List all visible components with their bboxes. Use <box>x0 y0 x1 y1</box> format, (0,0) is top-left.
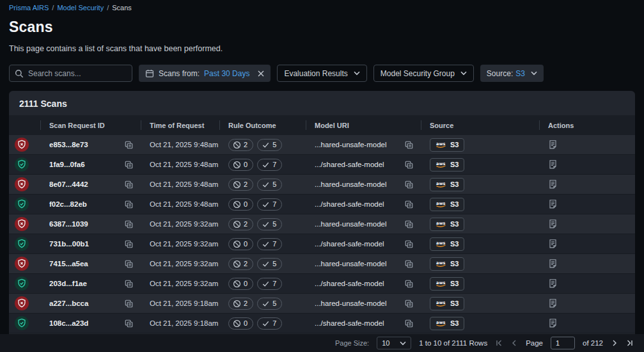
source-label: S3 <box>450 319 459 327</box>
svg-text:aws: aws <box>436 221 445 226</box>
prev-page-icon[interactable] <box>510 339 518 347</box>
s3-source-badge: aws S3 <box>430 218 464 231</box>
passed-count: 7 <box>272 161 276 168</box>
column-header-source[interactable]: Source <box>421 115 539 135</box>
source-filter-dropdown[interactable]: Source: S3 <box>480 65 544 82</box>
scan-request-id: e853...8e73 <box>49 141 88 148</box>
model-uri: ...hared-unsafe-model <box>315 300 387 307</box>
copy-icon[interactable] <box>124 140 134 150</box>
copy-icon[interactable] <box>404 160 414 170</box>
page-size-select[interactable]: 10 <box>377 337 411 349</box>
svg-text:aws: aws <box>436 241 445 246</box>
page-number-input[interactable] <box>551 337 575 349</box>
breadcrumb-link-prisma-airs[interactable]: Prisma AIRS <box>9 4 49 12</box>
shield-unsafe-icon <box>15 138 29 152</box>
scan-request-id: 8e07...4442 <box>49 180 88 188</box>
blocked-count: 2 <box>244 141 247 148</box>
table-row[interactable]: 8e07...4442 Oct 21, 2025 9:48am 2 5 ...h… <box>9 175 635 195</box>
report-icon[interactable] <box>548 179 558 189</box>
table-row[interactable]: 108c...a23d Oct 21, 2025 9:18am 0 7 .../… <box>9 314 635 333</box>
table-row[interactable]: a227...bcca Oct 21, 2025 9:18am 2 5 ...h… <box>9 294 635 314</box>
svg-text:aws: aws <box>436 320 445 325</box>
aws-logo-icon: aws <box>436 161 447 168</box>
first-page-icon[interactable] <box>495 339 503 347</box>
source-label: S3 <box>450 300 459 307</box>
table-row[interactable]: f02c...82eb Oct 21, 2025 9:48am 0 7 .../… <box>9 195 635 214</box>
copy-icon[interactable] <box>404 200 414 209</box>
next-page-icon[interactable] <box>611 339 618 347</box>
copy-icon[interactable] <box>404 319 414 328</box>
column-header-time-of-request[interactable]: Time of Request <box>141 115 219 135</box>
date-filter-chip[interactable]: Scans from: Past 30 Days <box>139 65 271 82</box>
check-icon <box>262 141 270 149</box>
shield-unsafe-icon <box>15 177 29 191</box>
model-uri: ...hared-unsafe-model <box>315 220 387 228</box>
time-of-request: Oct 21, 2025 9:48am <box>150 180 218 188</box>
check-icon <box>262 180 270 189</box>
copy-icon[interactable] <box>404 220 414 229</box>
passed-count-badge: 5 <box>257 298 282 310</box>
close-icon[interactable] <box>258 70 264 77</box>
passed-count: 7 <box>272 200 276 208</box>
model-security-group-dropdown[interactable]: Model Security Group <box>373 65 474 82</box>
blocked-count-badge: 0 <box>228 198 253 211</box>
passed-count-badge: 7 <box>257 317 282 330</box>
passed-count-badge: 5 <box>257 139 282 151</box>
report-icon[interactable] <box>548 199 558 209</box>
breadcrumb-link-model-security[interactable]: Model Security <box>57 4 104 12</box>
breadcrumb-separator: / <box>52 4 54 12</box>
passed-count-badge: 5 <box>257 258 282 270</box>
copy-icon[interactable] <box>124 259 134 269</box>
group-dropdown-label: Model Security Group <box>381 69 455 78</box>
copy-icon[interactable] <box>124 160 134 170</box>
table-row[interactable]: 6387...1039 Oct 21, 2025 9:32am 2 5 ...h… <box>9 214 635 234</box>
table-row[interactable]: 731b...00b1 Oct 21, 2025 9:32am 0 7 .../… <box>9 234 635 254</box>
report-icon[interactable] <box>548 298 558 308</box>
table-row[interactable]: 1fa9...0fa6 Oct 21, 2025 9:48am 0 7 .../… <box>9 155 635 175</box>
column-header-model-uri[interactable]: Model URI <box>306 115 421 135</box>
report-icon[interactable] <box>548 318 558 328</box>
search-input[interactable] <box>28 69 127 78</box>
copy-icon[interactable] <box>404 299 414 308</box>
blocked-count: 0 <box>244 200 247 208</box>
report-icon[interactable] <box>548 259 558 269</box>
copy-icon[interactable] <box>404 239 414 249</box>
copy-icon[interactable] <box>124 200 134 209</box>
report-icon[interactable] <box>548 239 558 249</box>
scan-request-id: a227...bcca <box>49 300 88 307</box>
copy-icon[interactable] <box>404 259 414 269</box>
copy-icon[interactable] <box>124 319 134 328</box>
table-row[interactable]: e853...8e73 Oct 21, 2025 9:48am 2 5 ...h… <box>9 135 635 155</box>
search-box[interactable] <box>9 65 132 82</box>
copy-icon[interactable] <box>404 279 414 289</box>
last-page-icon[interactable] <box>626 339 634 347</box>
report-icon[interactable] <box>548 219 558 229</box>
report-icon[interactable] <box>548 140 558 150</box>
passed-count: 7 <box>272 240 276 248</box>
s3-source-badge: aws S3 <box>430 317 464 330</box>
source-dropdown-value: S3 <box>515 69 525 78</box>
copy-icon[interactable] <box>124 279 134 289</box>
scan-request-id: 731b...00b1 <box>49 240 89 248</box>
blocked-count-badge: 0 <box>228 238 253 250</box>
scan-request-id: f02c...82eb <box>49 200 87 208</box>
evaluation-results-dropdown[interactable]: Evaluation Results <box>277 65 366 82</box>
copy-icon[interactable] <box>124 239 134 249</box>
column-header-scan-request-id[interactable]: Scan Request ID <box>40 115 141 135</box>
copy-icon[interactable] <box>404 140 414 150</box>
table-header-row: Scan Request ID Time of Request Rule Out… <box>9 115 635 135</box>
copy-icon[interactable] <box>404 180 414 189</box>
column-header-rule-outcome[interactable]: Rule Outcome <box>219 115 306 135</box>
blocked-count-badge: 2 <box>228 218 253 230</box>
copy-icon[interactable] <box>124 180 134 189</box>
report-icon[interactable] <box>548 159 558 170</box>
copy-icon[interactable] <box>124 220 134 229</box>
table-body: e853...8e73 Oct 21, 2025 9:48am 2 5 ...h… <box>9 135 635 333</box>
blocked-icon <box>233 300 241 308</box>
copy-icon[interactable] <box>124 299 134 308</box>
table-row[interactable]: 7415...a5ea Oct 21, 2025 9:32am 2 5 ...h… <box>9 254 635 274</box>
report-icon[interactable] <box>548 278 558 289</box>
check-icon <box>262 240 270 248</box>
scan-request-id: 203d...f1ae <box>49 280 87 287</box>
table-row[interactable]: 203d...f1ae Oct 21, 2025 9:32am 0 7 .../… <box>9 274 635 294</box>
